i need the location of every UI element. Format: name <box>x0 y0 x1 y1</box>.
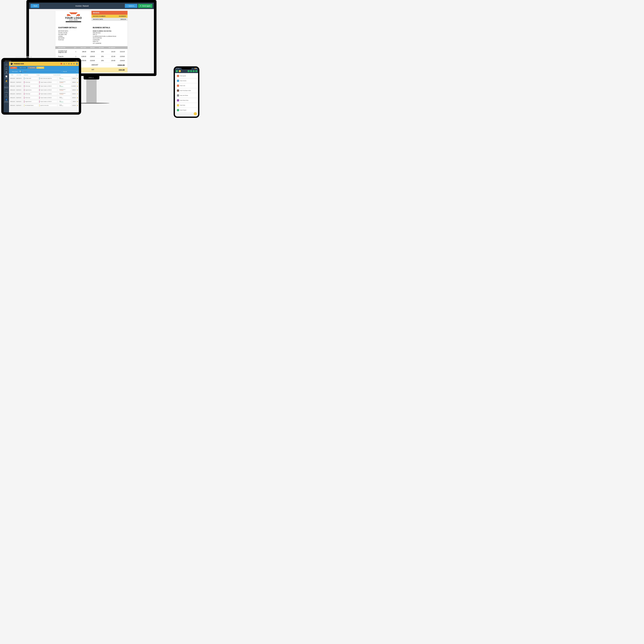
brand-logo-icon <box>10 62 13 65</box>
lock-icon: 🔒 <box>77 105 78 106</box>
invoice-row[interactable]: 25th Jan 2401st Feb 24 Mrs Michelle Reev… <box>9 103 79 107</box>
circle-icon[interactable] <box>188 70 190 72</box>
sidenav-item[interactable]: ▥Projects <box>4 70 9 75</box>
search-icon: 🔍 <box>19 70 22 73</box>
lock-icon: 🔒 <box>77 101 78 102</box>
page-title: Invoice: Raised <box>39 5 125 7</box>
lock-icon: 🔒 <box>77 93 78 94</box>
tab-quotes[interactable]: □Quotes <box>10 67 17 69</box>
invoice-row[interactable]: 25th Jan 2401st Feb 24 Mr Ben Dyer▸ Proj… <box>9 80 79 84</box>
user-icon[interactable]: 👤 <box>76 63 78 65</box>
business-details: BUSINESS DETAILSINSINK PLUMBING AND HEAT… <box>93 26 125 44</box>
col-header[interactable]: ↓ Due Date <box>16 74 24 75</box>
quick-action-new-purchase-order[interactable]: +New Purchase Order <box>176 88 197 93</box>
invoice-row[interactable]: 25th Jan 2401st Feb 24 Mr Ben Dyer▸ Proj… <box>9 84 79 88</box>
quick-action-new-diary-entry[interactable]: +New Diary Entry <box>176 98 197 102</box>
plus-icon: + <box>177 90 179 92</box>
plus-icon: + <box>177 75 179 77</box>
lock-icon: 🔒 <box>77 97 78 98</box>
plus-icon: + <box>177 104 179 106</box>
circle-icon[interactable] <box>190 70 192 72</box>
send-again-button[interactable]: ✈Send again <box>138 4 152 8</box>
brand-bar: POWERED NOW 🎁 ◎ ? ⊕ ⧉ ⚙ 👤 <box>9 62 79 66</box>
stylus-pen <box>15 57 31 57</box>
chevron-left-icon: ‹ <box>32 5 33 7</box>
quick-action-new-job-sheet[interactable]: +New Job Sheet <box>176 93 197 98</box>
lock-icon: 🔒 <box>77 86 78 87</box>
plus-icon: + <box>177 85 179 87</box>
tablet-statusbar: 14:03 Fri 26 Jan⋯ ᯤ 50% ▢ <box>4 60 79 62</box>
sidenav-item[interactable]: 💰Costs ▾ <box>4 79 9 84</box>
lock-icon: 🔒 <box>77 78 78 79</box>
sidenav-item[interactable]: ▭Contacts <box>4 89 9 94</box>
lock-icon: 🔒 <box>77 82 78 83</box>
send-icon: ✈ <box>140 5 141 7</box>
tablet-device: 14:03 Fri 26 Jan⋯ ᯤ 50% ▢ ⌂Home▭Diary▥Pr… <box>1 58 81 115</box>
plus-icon: + <box>177 109 179 111</box>
back-button[interactable]: ‹Back <box>31 4 39 8</box>
sidenav-item[interactable]: 👤Forms & Certificates <box>4 98 9 103</box>
quick-action-new-project[interactable]: +New Project <box>176 108 197 112</box>
new-invoice-button[interactable]: + New Invoice <box>10 70 19 73</box>
quick-action-new-invoice[interactable]: +New Invoice <box>176 79 197 83</box>
tab-job-sheets[interactable]: □Job sheets <box>28 67 36 69</box>
filter-select[interactable]: Show All ▾ <box>62 70 78 73</box>
invoice-number-row: INVOICE NUMBER:INV000033 <box>91 15 128 18</box>
invoice-row[interactable]: 25th Jan 2401st Feb 24 Angela Almaron▸ P… <box>9 100 79 103</box>
invoice-line: Complete Fault Diagnosis Visit1£96.00£96… <box>55 49 128 54</box>
filter-bar: + New Invoice 🔍 Show All ▾ <box>9 70 79 74</box>
company-logo: YOUR LOGO GOES HERE <box>55 11 91 24</box>
options-button[interactable]: +Options... <box>125 4 137 8</box>
circle-icon[interactable] <box>195 70 197 72</box>
document-type-tabs: □Quotes□Sales Invoices□Job sheets□Paymen… <box>9 66 79 70</box>
globe-icon[interactable]: ⊕ <box>68 63 70 65</box>
chat-icon[interactable]: ⧉ <box>71 63 72 65</box>
plus-icon: + <box>127 5 128 7</box>
sidenav-item[interactable]: 📈Sales ▾ <box>4 75 9 79</box>
col-header[interactable]: Invoice Number <box>53 74 64 75</box>
quick-action-new-cost[interactable]: +New Cost <box>176 84 197 88</box>
phone-device: 11:17 ◀📶 ▮▮ ≡ +New Quote +New Invoice +N… <box>174 66 199 118</box>
invoice-row[interactable]: 25th Jan 2401st Feb 24 Mr Ben Dyer▸ Proj… <box>9 96 79 100</box>
invoice-row[interactable]: 26th Jan 2402nd Feb 24 Mr Peter Smith▸ B… <box>9 76 79 80</box>
sidenav-item[interactable]: ▭Diary <box>4 66 9 70</box>
plus-icon: + <box>177 94 179 96</box>
tablet-sidenav: ⌂Home▭Diary▥Projects📈Sales ▾💰Costs ▾…Rep… <box>4 62 9 112</box>
invoice-date-row: INVOICE DATE:26/01/24 <box>91 18 128 21</box>
tab-payments[interactable]: □Payments <box>36 67 44 69</box>
gift-icon[interactable]: 🎁 <box>60 63 62 65</box>
target-icon[interactable]: ◎ <box>63 63 65 65</box>
quick-action-new-note[interactable]: +New Note <box>176 103 197 107</box>
plus-icon: + <box>177 99 179 101</box>
gear-icon[interactable]: ⚙ <box>73 63 75 65</box>
sidenav-item[interactable]: ⌂Home <box>4 62 9 66</box>
quick-action-new-quote[interactable]: +New Quote <box>176 74 197 78</box>
help-icon[interactable]: ? <box>66 63 67 65</box>
monitor-topbar: ‹Back Invoice: Raised +Options... ✈Send … <box>29 3 154 9</box>
invoice-heading: INVOICE <box>91 11 128 15</box>
col-header[interactable]: ↓ Date <box>10 74 16 75</box>
customer-details: CUSTOMER DETAILSMR PETER SMITHCHAPEL HOU… <box>58 26 90 44</box>
circle-icon[interactable] <box>193 70 195 72</box>
phone-topbar: ≡ <box>175 69 198 73</box>
brand-logo-icon <box>179 70 181 72</box>
invoice-row[interactable]: 25th Jan 2401st Feb 24 Angela Almaron▸ P… <box>9 88 79 92</box>
sidenav-item[interactable]: …Reports & Finances ▾ <box>4 84 9 89</box>
chat-fab-icon[interactable] <box>194 112 197 115</box>
hamburger-icon[interactable]: ≡ <box>176 70 178 72</box>
table-header: ↓ Date↓ Due DateCustomerProjectInvoice N… <box>9 74 79 76</box>
col-header[interactable]: Total <box>64 74 78 75</box>
search-input[interactable] <box>23 70 61 73</box>
sidenav-item[interactable]: 🗒Notes <box>4 94 9 98</box>
invoice-row[interactable]: 25th Jan 2401st Feb 24 Mr Ben Dyer▸ Proj… <box>9 92 79 96</box>
col-header[interactable]: Project <box>37 74 53 75</box>
lock-icon: 🔒 <box>77 89 78 90</box>
plus-icon: + <box>177 80 179 82</box>
tab-sales-invoices[interactable]: □Sales Invoices <box>17 67 27 69</box>
col-header[interactable]: Customer <box>24 74 37 75</box>
